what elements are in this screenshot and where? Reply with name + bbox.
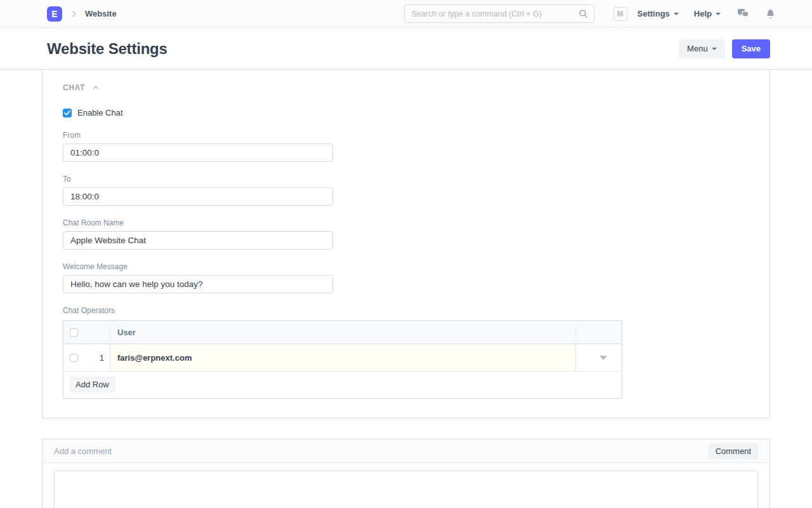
grid-header-user-cell: User: [110, 328, 576, 337]
row-user-cell[interactable]: faris@erpnext.com: [110, 344, 576, 371]
chevron-right-icon: [70, 10, 79, 18]
chevron-up-icon: [91, 83, 100, 92]
grid-footer: Add Row: [63, 371, 622, 398]
comment-prompt: Add a comment: [54, 446, 112, 456]
comment-body: [43, 463, 769, 508]
chat-operators-field: Chat Operators User 1 faris@erpnext.com: [63, 306, 749, 399]
from-label: From: [63, 131, 749, 140]
welcome-message-input[interactable]: [63, 275, 333, 293]
row-action-cell: [576, 344, 622, 371]
add-row-button[interactable]: Add Row: [69, 377, 115, 392]
section-chat-toggle[interactable]: CHAT: [63, 83, 749, 92]
navbar: E Website M Settings Help: [0, 0, 812, 28]
comment-button[interactable]: Comment: [709, 443, 758, 459]
chat-operators-grid: User 1 faris@erpnext.com Add Row: [63, 320, 622, 399]
bell-icon[interactable]: [766, 8, 775, 19]
to-label: To: [63, 175, 749, 184]
chat-icon[interactable]: [737, 8, 749, 19]
comment-head: Add a comment Comment: [43, 439, 769, 463]
select-all-checkbox[interactable]: [70, 328, 78, 337]
to-field: To: [63, 175, 749, 206]
search-icon[interactable]: [579, 9, 588, 18]
enable-chat-field[interactable]: Enable Chat: [63, 108, 749, 117]
menu-button-label: Menu: [687, 44, 708, 53]
chat-room-name-input[interactable]: [63, 231, 333, 250]
save-button[interactable]: Save: [732, 39, 770, 58]
welcome-message-label: Welcome Message: [63, 262, 749, 271]
comment-input[interactable]: [54, 471, 758, 508]
avatar[interactable]: M: [613, 7, 627, 21]
help-menu-label: Help: [694, 9, 712, 18]
row-expand-icon[interactable]: [599, 356, 607, 360]
global-search[interactable]: [404, 4, 594, 23]
settings-menu-label: Settings: [638, 9, 670, 18]
search-input[interactable]: [412, 10, 579, 18]
section-chat-label: CHAT: [63, 83, 85, 92]
help-menu[interactable]: Help: [694, 9, 721, 18]
grid-header-row: User: [63, 321, 622, 344]
breadcrumb[interactable]: Website: [85, 9, 117, 18]
from-input[interactable]: [63, 144, 333, 162]
welcome-message-field: Welcome Message: [63, 262, 749, 293]
erpnext-logo[interactable]: E: [47, 6, 62, 22]
row-select-cell: 1: [63, 344, 110, 371]
chevron-down-icon: [712, 48, 717, 50]
chat-operators-label: Chat Operators: [63, 306, 749, 315]
to-input[interactable]: [63, 187, 333, 206]
settings-menu[interactable]: Settings: [638, 9, 679, 18]
grid-header-select-cell: [63, 328, 110, 337]
row-index: 1: [100, 353, 104, 363]
chevron-down-icon: [716, 13, 721, 15]
enable-chat-label: Enable Chat: [77, 108, 123, 117]
enable-chat-checkbox[interactable]: [63, 109, 72, 117]
chat-room-name-field: Chat Room Name: [63, 218, 749, 250]
page-head: Website Settings Menu Save: [0, 28, 812, 70]
menu-button[interactable]: Menu: [679, 39, 725, 58]
form-card: CHAT Enable Chat From To Chat Room Name …: [42, 70, 770, 418]
chat-room-name-label: Chat Room Name: [63, 218, 749, 227]
chevron-down-icon: [674, 13, 679, 15]
page-title: Website Settings: [47, 40, 167, 58]
table-row: 1 faris@erpnext.com: [63, 344, 622, 371]
comment-section: Add a comment Comment: [42, 439, 770, 508]
row-checkbox[interactable]: [70, 354, 78, 362]
from-field: From: [63, 131, 749, 162]
